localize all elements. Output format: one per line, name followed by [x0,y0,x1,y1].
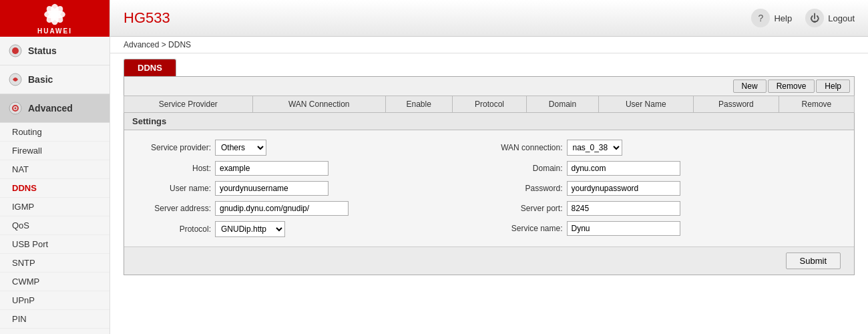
col-wan-connection: WAN Connection [252,96,385,113]
sidebar-item-igmp[interactable]: IGMP [0,198,110,216]
top-bar: HG533 ? Help ⏻ Logout [110,0,868,37]
status-icon [8,43,23,58]
huawei-logo: HUAWEI [37,3,72,35]
service-name-row: Service name: [489,218,841,238]
toolbar-help-button[interactable]: Help [816,79,850,93]
sidebar-status-label: Status [28,45,57,56]
sidebar-item-nat[interactable]: NAT [0,160,110,179]
logo-area: HUAWEI [0,0,110,37]
wan-connection-label: WAN connection: [489,143,563,152]
protocol-row: Protocol: GNUDip.http GNUDip.https [138,218,489,240]
breadcrumb-separator: > [162,40,168,49]
submit-button[interactable]: Submit [786,253,841,269]
password-row: Password: [489,178,841,198]
new-button[interactable]: New [733,79,767,93]
wan-connection-row: WAN connection: nas_0_38 [489,137,841,158]
left-column: Service provider: Others DynDNS No-IP Ho… [138,137,489,240]
advanced-icon [8,101,23,116]
sidebar-item-qos[interactable]: QoS [0,216,110,235]
host-input[interactable] [215,161,329,176]
logout-icon: ⏻ [805,9,824,27]
sidebar-item-cwmp[interactable]: CWMP [0,273,110,291]
domain-input[interactable] [567,161,680,176]
sidebar-item-basic[interactable]: Basic [0,65,110,94]
settings-section: Settings Service provider: Others DynDNS… [124,113,855,275]
tab-area: DDNS [110,53,868,76]
svg-point-9 [12,47,19,54]
submit-row: Submit [124,246,854,275]
service-name-label: Service name: [489,224,563,233]
col-service-provider: Service Provider [124,96,253,113]
page-title: HG533 [124,9,170,27]
breadcrumb: Advanced > DDNS [110,37,868,53]
col-password: Password [693,96,779,113]
user-name-row: User name: [138,178,489,198]
service-provider-label: Service provider: [138,143,211,152]
sidebar-item-sntp[interactable]: SNTP [0,254,110,273]
sidebar: HUAWEI Status Basic Advanced Routing Fir… [0,0,110,334]
user-name-label: User name: [138,184,211,193]
server-port-input[interactable] [567,201,680,216]
sidebar-item-firewall[interactable]: Firewall [0,142,110,160]
server-address-label: Server address: [138,204,211,213]
server-address-row: Server address: [138,198,489,218]
huawei-petals-icon [38,3,71,26]
service-provider-select[interactable]: Others DynDNS No-IP [215,140,266,156]
domain-row: Domain: [489,158,841,178]
sub-menu: Routing Firewall NAT DDNS IGMP QoS USB P… [0,123,110,334]
service-name-input[interactable] [567,221,680,236]
protocol-select[interactable]: GNUDip.http GNUDip.https [215,221,285,237]
settings-grid: Service provider: Others DynDNS No-IP Ho… [124,130,854,246]
col-protocol: Protocol [452,96,527,113]
user-name-input[interactable] [215,181,329,196]
host-label: Host: [138,164,211,173]
logout-label: Logout [828,13,855,23]
wan-connection-select[interactable]: nas_0_38 [567,140,622,156]
sidebar-item-advanced[interactable]: Advanced [0,94,110,123]
password-label: Password: [489,184,563,193]
right-column: WAN connection: nas_0_38 Domain: Passwor… [489,137,841,240]
breadcrumb-parent: Advanced [124,40,159,49]
service-provider-row: Service provider: Others DynDNS No-IP [138,137,489,158]
protocol-label: Protocol: [138,224,211,234]
table-toolbar: New Remove Help [124,76,855,96]
sidebar-item-status[interactable]: Status [0,37,110,65]
col-domain: Domain [527,96,598,113]
basic-icon [8,72,23,87]
help-label: Help [774,13,792,23]
tab-ddns[interactable]: DDNS [124,59,176,76]
password-input[interactable] [567,181,680,196]
sidebar-item-upnp[interactable]: UPnP [0,291,110,310]
sidebar-item-usb-port[interactable]: USB Port [0,235,110,254]
top-actions: ? Help ⏻ Logout [751,9,855,27]
svg-point-13 [15,108,17,110]
server-port-label: Server port: [489,204,563,213]
logout-button[interactable]: ⏻ Logout [805,9,855,27]
server-port-row: Server port: [489,198,841,218]
breadcrumb-current: DDNS [168,40,191,49]
sidebar-item-power-saving[interactable]: Power Saving [0,329,110,334]
ddns-table: Service Provider WAN Connection Enable P… [124,96,855,113]
sidebar-item-ddns[interactable]: DDNS [0,179,110,198]
col-enable: Enable [385,96,452,113]
huawei-brand-text: HUAWEI [37,27,72,35]
col-user-name: User Name [598,96,693,113]
sidebar-item-routing[interactable]: Routing [0,123,110,142]
main-content: HG533 ? Help ⏻ Logout Advanced > DDNS DD… [110,0,868,334]
help-icon: ? [751,9,770,27]
sidebar-item-pin[interactable]: PIN [0,310,110,329]
server-address-input[interactable] [215,201,349,216]
col-remove: Remove [779,96,854,113]
sidebar-advanced-label: Advanced [28,103,73,114]
host-row: Host: [138,158,489,178]
remove-button[interactable]: Remove [768,79,815,93]
content-area: New Remove Help Service Provider WAN Con… [110,76,868,289]
help-button[interactable]: ? Help [751,9,792,27]
sidebar-basic-label: Basic [28,74,53,85]
domain-label: Domain: [489,164,563,173]
settings-title: Settings [124,113,854,130]
